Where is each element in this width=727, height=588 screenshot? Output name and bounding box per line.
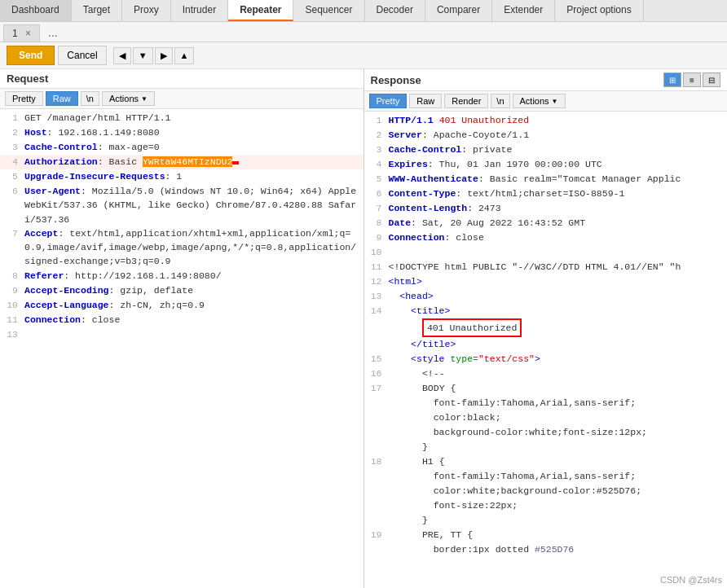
response-raw-btn[interactable]: Raw	[409, 94, 442, 108]
top-navigation: Dashboard Target Proxy Intruder Repeater…	[0, 0, 727, 22]
tab-bar: 1 × ...	[0, 22, 727, 42]
nav-repeater[interactable]: Repeater	[228, 0, 293, 21]
code-line: 5 Upgrade-Insecure-Requests: 1	[0, 169, 364, 184]
send-button[interactable]: Send	[7, 46, 55, 65]
nav-extender[interactable]: Extender	[492, 0, 555, 21]
code-line: 11 <!DOCTYPE html PUBLIC "-//W3C//DTD HT…	[364, 260, 728, 274]
navigation-arrows: ◀ ▼ ▶ ▲	[113, 47, 195, 64]
auth-token-highlight: YWRtaW46MTIzNDU2	[143, 156, 232, 167]
auth-token-box	[232, 161, 239, 165]
code-line: }	[364, 513, 728, 528]
response-render-btn[interactable]: Render	[444, 94, 488, 108]
code-line: 8 Referer: http://192.168.1.149:8080/	[0, 269, 364, 283]
code-line: 6 Content-Type: text/html;charset=ISO-88…	[364, 186, 728, 201]
code-line: 12 <html>	[364, 274, 728, 289]
code-line: 1 GET /manager/html HTTP/1.1	[0, 111, 364, 125]
view-split-btn[interactable]: ⊞	[663, 72, 681, 87]
code-line: 4 Expires: Thu, 01 Jan 1970 00:00:00 UTC	[364, 157, 728, 172]
code-line: font-size:22px;	[364, 498, 728, 513]
request-actions-btn[interactable]: Actions	[102, 91, 155, 106]
code-line: 16 <!--	[364, 366, 728, 381]
code-line: 14 <title>	[364, 304, 728, 318]
code-line: font-family:Tahoma,Arial,sans-serif;	[364, 396, 728, 410]
view-toggles: ⊞ ≡ ⊟	[663, 72, 720, 87]
code-line: color:white;background-color:#525D76;	[364, 484, 728, 498]
down-arrow[interactable]: ▼	[133, 47, 153, 64]
view-list-btn[interactable]: ≡	[683, 72, 701, 87]
code-line: 18 H1 {	[364, 454, 728, 469]
up-arrow[interactable]: ▲	[174, 47, 195, 64]
response-title: Response	[371, 74, 421, 86]
request-code-area[interactable]: 1 GET /manager/html HTTP/1.1 2 Host: 192…	[0, 109, 364, 588]
response-panel: Response ⊞ ≡ ⊟ Pretty Raw Render \n Acti…	[364, 69, 728, 588]
nav-dashboard[interactable]: Dashboard	[0, 0, 72, 21]
nav-sequencer[interactable]: Sequencer	[293, 0, 364, 21]
response-actions-btn[interactable]: Actions	[513, 94, 566, 108]
tab-1[interactable]: 1 ×	[3, 24, 40, 42]
code-line: 13 <head>	[364, 289, 728, 304]
code-line: 15 <style type="text/css">	[364, 352, 728, 366]
code-line: 10 Accept-Language: zh-CN, zh;q=0.9	[0, 298, 364, 313]
nav-target[interactable]: Target	[72, 0, 122, 21]
view-grid-btn[interactable]: ⊟	[703, 72, 720, 87]
next-arrow[interactable]: ▶	[155, 47, 173, 64]
request-title: Request	[7, 72, 48, 85]
code-line: 17 BODY {	[364, 381, 728, 396]
response-pretty-btn[interactable]: Pretty	[369, 94, 408, 108]
nav-comparer[interactable]: Comparer	[425, 0, 492, 21]
code-line: </title>	[364, 337, 728, 352]
request-header: Request	[0, 69, 364, 89]
watermark: CSDN @Zst4rs	[660, 575, 722, 585]
code-line: 2 Server: Apache-Coyote/1.1	[364, 128, 728, 143]
code-line: border:1px dotted #525D76	[364, 542, 728, 557]
nav-proxy[interactable]: Proxy	[122, 0, 171, 21]
code-line: 19 PRE, TT {	[364, 528, 728, 542]
code-line: 8 Date: Sat, 20 Aug 2022 16:43:52 GMT	[364, 216, 728, 230]
code-line: 5 WWW-Authenticate: Basic realm="Tomcat …	[364, 172, 728, 186]
main-content: Request Pretty Raw \n Actions 1 GET /man…	[0, 69, 727, 588]
code-line: 7 Accept: text/html,application/xhtml+xm…	[0, 226, 364, 269]
code-line: background-color:white;font-size:12px;	[364, 425, 728, 440]
request-sub-toolbar: Pretty Raw \n Actions	[0, 89, 364, 109]
code-line: 7 Content-Length: 2473	[364, 201, 728, 216]
code-line: font-family:Tahoma,Arial,sans-serif;	[364, 469, 728, 484]
code-line: 9 Accept-Encoding: gzip, deflate	[0, 283, 364, 298]
request-newline-btn[interactable]: \n	[81, 91, 99, 106]
request-raw-btn[interactable]: Raw	[46, 91, 78, 106]
request-authorization-line: 4 Authorization: Basic YWRtaW46MTIzNDU2	[0, 155, 364, 169]
cancel-button[interactable]: Cancel	[58, 46, 106, 65]
code-line: 10	[364, 245, 728, 260]
code-line: 11 Connection: close	[0, 313, 364, 327]
request-panel: Request Pretty Raw \n Actions 1 GET /man…	[0, 69, 364, 588]
nav-decoder[interactable]: Decoder	[365, 0, 425, 21]
nav-intruder[interactable]: Intruder	[171, 0, 228, 21]
prev-arrow[interactable]: ◀	[113, 47, 131, 64]
code-line: 1 HTTP/1.1 401 Unauthorized	[364, 113, 728, 128]
code-line: 6 User-Agent: Mozilla/5.0 (Windows NT 10…	[0, 184, 364, 226]
tab-close-icon[interactable]: ×	[25, 28, 31, 39]
code-line: 3 Cache-Control: max-age=0	[0, 140, 364, 155]
code-line: }	[364, 440, 728, 454]
code-line: 13	[0, 327, 364, 342]
response-header: Response ⊞ ≡ ⊟	[364, 69, 728, 91]
response-code-area[interactable]: 1 HTTP/1.1 401 Unauthorized 2 Server: Ap…	[364, 112, 728, 588]
response-sub-toolbar: Pretty Raw Render \n Actions	[364, 91, 728, 112]
tab-new[interactable]: ...	[42, 24, 64, 42]
code-line: 9 Connection: close	[364, 230, 728, 245]
title-highlight-box: 401 Unauthorized	[422, 318, 522, 337]
response-newline-btn[interactable]: \n	[491, 94, 509, 108]
code-line: color:black;	[364, 410, 728, 425]
request-pretty-btn[interactable]: Pretty	[5, 91, 43, 106]
code-line: 2 Host: 192.168.1.149:8080	[0, 125, 364, 140]
response-title-highlight-line: 401 Unauthorized	[364, 318, 728, 337]
code-line: 3 Cache-Control: private	[364, 143, 728, 157]
toolbar: Send Cancel ◀ ▼ ▶ ▲	[0, 42, 727, 69]
nav-project-options[interactable]: Project options	[555, 0, 643, 21]
